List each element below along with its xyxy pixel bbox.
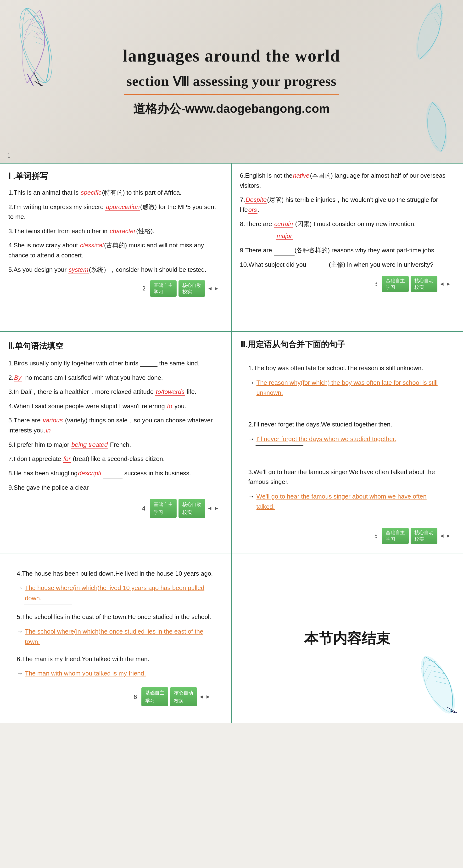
cover-subtitle: section Ⅷ assessing your progress [127,73,337,89]
exercise-1-8: 8.There are certain (因素) I must consider… [240,219,455,229]
svg-line-18 [33,72,41,86]
section2-left: Ⅱ.单句语法填空 1.Birds usually only fly togeth… [0,332,232,554]
section-1-area: Ⅰ .单词拼写 1.This is an animal that is spec… [0,163,463,723]
section3-content: 4.The house has been pulled down.He live… [8,561,223,716]
ex2-5: 5.There are various (variety) things on … [8,415,223,435]
ex2-4: 4.When I said some people were stupid I … [8,401,223,411]
btn-jiaozhun-2r[interactable]: 核心自动校实 [410,528,437,544]
exercise-1-8b: major [240,231,455,241]
combine-3: 3.We'll go to hear the famous singer.We … [240,460,455,519]
cover-website: 道格办公-www.daogebangong.com [133,101,329,117]
svg-line-19 [28,74,33,86]
btn-jiaozhun-left[interactable]: 核心自动校实 [178,280,205,297]
btn-zizhu-3l[interactable]: 基础自主学习 [141,687,168,706]
svg-point-0 [13,5,58,86]
btn-jiaozhun-right[interactable]: 核心自动校实 [410,276,437,292]
section2-toolbar-right: 5 基础自主学习 核心自动校实 ◄ ► [240,526,455,547]
exercise-1-3: 3.The twins differ from each other in ch… [8,226,223,236]
section3-area: 4.The house has been pulled down.He live… [0,554,463,723]
section1-header: Ⅰ .单词拼写 [8,171,223,182]
combine-2: 2.I'll never forget the days.We studied … [240,412,455,453]
ex2-2: 2.By no means am I satisfied with what y… [8,373,223,383]
section1-right: 6.English is not thenative(本国的) language… [232,163,463,331]
exercise-1-1: 1.This is an animal that is specific(特有的… [8,188,223,198]
section3-left: 4.The house has been pulled down.He live… [0,554,232,723]
btn-zizhu-2r[interactable]: 基础自主学习 [382,528,409,544]
ex2-3: 3.In Dalí，there is a healthier，more rela… [8,387,223,397]
feather-content-bottomright-icon [418,651,458,718]
page-num-cover: 1 [7,152,10,159]
exercise-1-6: 6.English is not thenative(本国的) language… [240,171,455,191]
btn-zizhu-left[interactable]: 基础自主学习 [150,280,176,297]
exercise-1-10: 10.What subject did you (主修) in when you… [240,260,455,270]
section3-toolbar-left: 6 基础自主学习 核心自动校实 ◄ ► [17,686,214,709]
svg-point-20 [410,0,449,62]
combine-6: 6.The man is my friend.You talked with t… [17,654,214,679]
section2-right: Ⅲ.用定语从句合并下面的句子 1.The boy was often late … [232,332,463,554]
ex2-1: 1.Birds usually only fly together with o… [8,359,223,369]
feather-cover-bottomright-icon [420,100,454,153]
combine-1: 1.The boy was often late for school.The … [240,356,455,405]
btn-zizhu-2l[interactable]: 基础自主学习 [150,499,176,518]
section2-header: Ⅱ.单句语法填空 [8,339,223,352]
section2-toolbar-left: 4 基础自主学习 核心自动校实 ◄ ► [8,497,223,520]
exercise-1-4: 4.She is now crazy about classical(古典的) … [8,240,223,260]
ex2-8: 8.He has been strugglingdescripti succes… [8,468,223,479]
combine-4: 4.The house has been pulled down.He live… [17,569,214,605]
exercise-1-2: 2.I'm writing to express my sincere appr… [8,202,223,222]
section3-header: Ⅲ.用定语从句合并下面的句子 [240,339,455,350]
combine-5: 5.The school lies in the east of the tow… [17,612,214,647]
section-end-area: 本节内容结束 [232,554,463,723]
btn-zizhu-right[interactable]: 基础自主学习 [382,276,409,292]
svg-line-6 [35,39,47,49]
section-end-text: 本节内容结束 [295,610,400,668]
svg-line-9 [19,25,32,36]
feather-topright-icon [410,0,449,62]
section2-two-col: Ⅱ.单句语法填空 1.Birds usually only fly togeth… [0,331,463,554]
section1-toolbar-right: 3 基础自主学习 核心自动校实 ◄ ► [240,274,455,294]
btn-jiaozhun-2l[interactable]: 核心自动校实 [178,499,205,518]
section1-toolbar-left: 2 基础自主学习 核心自动校实 ◄ ► [8,279,223,299]
svg-line-14 [34,33,45,42]
section1-two-col: Ⅰ .单词拼写 1.This is an animal that is spec… [0,163,463,331]
svg-line-4 [32,28,45,38]
feather-topleft-icon [9,5,62,86]
exercise-1-7: 7.Despite(尽管) his terrible injuries，he w… [240,195,455,215]
cover-title: languages around the world [123,46,340,66]
btn-jiaozhun-3l[interactable]: 核心自动校实 [170,687,197,706]
svg-line-1 [27,11,38,19]
ex2-7: 7.I don't appreciate for (treat) like a … [8,454,223,464]
cover-divider [124,94,339,95]
ex2-9: 9.She gave the police a clear [8,483,223,493]
ex2-6: 6.I prefer him to major being treated Fr… [8,440,223,450]
exercise-1-5: 5.As you design your system(系统），consider… [8,265,223,275]
cover-section: languages around the world section Ⅷ ass… [0,0,463,163]
svg-point-26 [423,100,450,153]
exercise-1-9: 9.There are (各种各样的) reasons why they wan… [240,245,455,256]
section1-left: Ⅰ .单词拼写 1.This is an animal that is spec… [0,163,232,331]
